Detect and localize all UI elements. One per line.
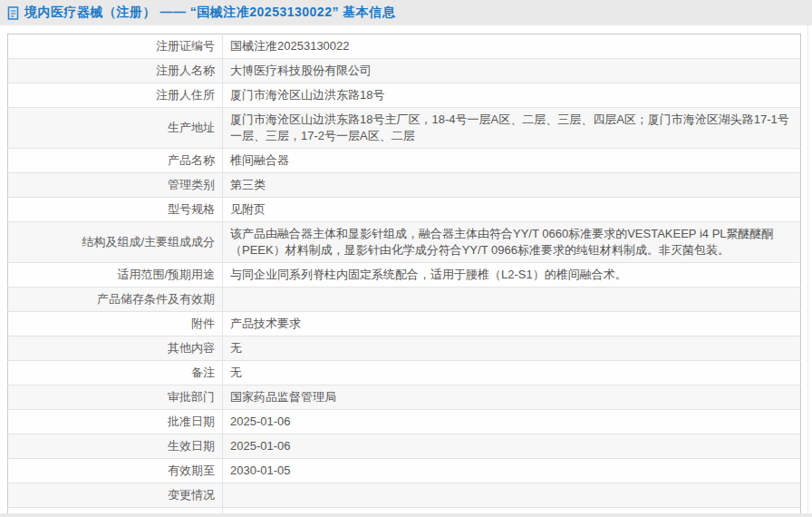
row-label: 其他内容 (8, 337, 223, 361)
row-label: 结构及组成/主要组成成分 (8, 222, 223, 263)
row-value: 厦门市海沧区山边洪东路18号主厂区，18-4号一层A区、二层、三层、四层A区；厦… (223, 108, 801, 149)
row-value: 国械注准20253130022 (223, 34, 801, 59)
table-row: 备注无 (8, 361, 801, 385)
page-header: 境内医疗器械（注册） —— “国械注准20253130022” 基本信息 (0, 0, 812, 25)
footer-strip (0, 513, 812, 517)
row-value: 2030-01-05 (223, 459, 801, 483)
table-row: 型号规格见附页 (8, 198, 801, 222)
row-label: 变更情况 (8, 483, 223, 508)
page-title: 境内医疗器械（注册） —— “国械注准20253130022” 基本信息 (24, 5, 395, 21)
row-label: 型号规格 (8, 198, 223, 222)
row-label: 审批部门 (8, 385, 223, 410)
table-row: 其他内容无 (8, 337, 801, 361)
table-row: 适用范围/预期用途与同企业同系列脊柱内固定系统配合，适用于腰椎（L2-S1）的椎… (8, 263, 801, 288)
table-row: 注册人住所厦门市海沧区山边洪东路18号 (8, 83, 801, 108)
row-value: 无 (223, 337, 801, 361)
table-row: 附件产品技术要求 (8, 312, 801, 337)
row-label: 适用范围/预期用途 (8, 263, 223, 288)
table-row: 注册人名称大博医疗科技股份有限公司 (8, 59, 801, 83)
row-label: 产品名称 (8, 149, 223, 173)
row-value: 椎间融合器 (223, 149, 801, 173)
row-label: 注册人住所 (8, 83, 223, 108)
row-label: 生效日期 (8, 434, 223, 459)
table-row: 管理类别第三类 (8, 173, 801, 198)
table-row: 生产地址厦门市海沧区山边洪东路18号主厂区，18-4号一层A区、二层、三层、四层… (8, 108, 801, 149)
row-label: 附件 (8, 312, 223, 337)
scrollbar-track[interactable] (807, 25, 812, 517)
row-value: 见附页 (223, 198, 801, 222)
table-row: 结构及组成/主要组成成分该产品由融合器主体和显影针组成，融合器主体由符合YY/T… (8, 222, 801, 263)
row-label: 注册证编号 (8, 34, 223, 59)
row-value (223, 483, 801, 508)
table-row: 产品名称椎间融合器 (8, 149, 801, 173)
row-value: 大博医疗科技股份有限公司 (223, 59, 801, 83)
row-value: 2025-01-06 (223, 434, 801, 459)
row-value: 厦门市海沧区山边洪东路18号 (223, 83, 801, 108)
row-label: 批准日期 (8, 410, 223, 434)
table-row: 生效日期2025-01-06 (8, 434, 801, 459)
row-value: 产品技术要求 (223, 312, 801, 337)
row-value: 无 (223, 361, 801, 385)
row-label: 产品储存条件及有效期 (8, 288, 223, 312)
row-label: 备注 (8, 361, 223, 385)
table-row: 注册证编号国械注准20253130022 (8, 34, 801, 59)
table-row: 产品储存条件及有效期 (8, 288, 801, 312)
document-icon (7, 6, 19, 20)
row-value: 第三类 (223, 173, 801, 198)
row-label: 管理类别 (8, 173, 223, 198)
table-row: 变更情况 (8, 483, 801, 508)
row-value: 2025-01-06 (223, 410, 801, 434)
row-label: 生产地址 (8, 108, 223, 149)
row-value (223, 288, 801, 312)
row-label: 注册人名称 (8, 59, 223, 83)
table-row: 审批部门国家药品监督管理局 (8, 385, 801, 410)
table-row: 批准日期2025-01-06 (8, 410, 801, 434)
registration-table: 注册证编号国械注准20253130022 注册人名称大博医疗科技股份有限公司 注… (7, 34, 801, 517)
table-row: 有效期至2030-01-05 (8, 459, 801, 483)
row-value: 该产品由融合器主体和显影针组成，融合器主体由符合YY/T 0660标准要求的VE… (223, 222, 801, 263)
row-value: 国家药品监督管理局 (223, 385, 801, 410)
row-value: 与同企业同系列脊柱内固定系统配合，适用于腰椎（L2-S1）的椎间融合术。 (223, 263, 801, 288)
row-label: 有效期至 (8, 459, 223, 483)
